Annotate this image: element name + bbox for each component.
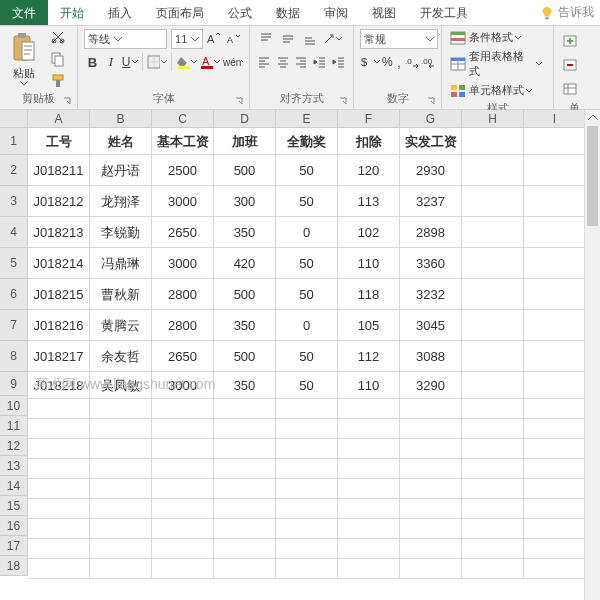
cell[interactable] <box>214 479 276 499</box>
cell[interactable]: J018211 <box>28 155 90 186</box>
cell[interactable] <box>524 559 586 579</box>
cell[interactable]: 105 <box>338 310 400 341</box>
cell[interactable]: 0 <box>276 217 338 248</box>
cell[interactable] <box>400 399 462 419</box>
row-header[interactable]: 1 <box>0 128 28 155</box>
border-button[interactable] <box>147 52 167 72</box>
cell[interactable]: 3290 <box>400 372 462 399</box>
cell[interactable] <box>28 499 90 519</box>
decrease-decimal-button[interactable]: .00 <box>421 52 435 72</box>
cell[interactable] <box>462 279 524 310</box>
cell[interactable] <box>28 559 90 579</box>
col-header[interactable]: H <box>462 110 524 128</box>
decrease-font-button[interactable]: A <box>225 29 243 49</box>
cell[interactable]: 3000 <box>152 248 214 279</box>
cell[interactable]: 冯鼎琳 <box>90 248 152 279</box>
cell[interactable] <box>462 459 524 479</box>
cell[interactable] <box>338 499 400 519</box>
col-header[interactable]: C <box>152 110 214 128</box>
cell[interactable] <box>462 310 524 341</box>
cell[interactable]: 3000 <box>152 372 214 399</box>
accounting-button[interactable]: $ <box>360 52 380 72</box>
cell[interactable] <box>152 479 214 499</box>
align-bottom-button[interactable] <box>300 29 320 49</box>
cell[interactable] <box>276 539 338 559</box>
cell[interactable] <box>462 499 524 519</box>
cell[interactable]: 500 <box>214 155 276 186</box>
cell[interactable] <box>400 459 462 479</box>
cell[interactable]: 曹秋新 <box>90 279 152 310</box>
row-header[interactable]: 15 <box>0 496 28 516</box>
cell[interactable]: 300 <box>214 186 276 217</box>
align-right-button[interactable] <box>293 52 310 72</box>
cell[interactable] <box>152 399 214 419</box>
cell[interactable] <box>90 499 152 519</box>
cell[interactable]: 3237 <box>400 186 462 217</box>
cell[interactable] <box>152 499 214 519</box>
copy-button[interactable] <box>48 49 68 69</box>
cell[interactable] <box>28 459 90 479</box>
percent-button[interactable]: % <box>382 52 393 72</box>
format-table-button[interactable]: 套用表格格式 <box>448 48 547 80</box>
increase-font-button[interactable]: A <box>205 29 223 49</box>
col-header[interactable]: F <box>338 110 400 128</box>
italic-button[interactable]: I <box>103 52 120 72</box>
cell[interactable] <box>400 419 462 439</box>
format-cell-button[interactable] <box>560 79 580 99</box>
comma-button[interactable]: , <box>395 52 403 72</box>
cell[interactable] <box>214 559 276 579</box>
orientation-button[interactable] <box>322 29 342 49</box>
cell[interactable]: 2500 <box>152 155 214 186</box>
cell[interactable]: J018215 <box>28 279 90 310</box>
cell[interactable]: 50 <box>276 155 338 186</box>
cell[interactable] <box>400 519 462 539</box>
cell[interactable]: 2930 <box>400 155 462 186</box>
cell[interactable] <box>524 459 586 479</box>
insert-cell-button[interactable] <box>560 31 580 51</box>
cell[interactable] <box>524 128 586 155</box>
bold-button[interactable]: B <box>84 52 101 72</box>
cell[interactable] <box>152 539 214 559</box>
delete-cell-button[interactable] <box>560 55 580 75</box>
paste-button[interactable]: 粘贴 <box>6 30 42 88</box>
underline-button[interactable]: U <box>121 52 138 72</box>
cell[interactable] <box>214 439 276 459</box>
tab-home[interactable]: 开始 <box>48 0 96 25</box>
phonetic-button[interactable]: wén <box>223 52 243 72</box>
cell[interactable]: J018217 <box>28 341 90 372</box>
cell[interactable] <box>152 519 214 539</box>
cell[interactable] <box>276 519 338 539</box>
cell[interactable] <box>462 341 524 372</box>
cell[interactable] <box>90 479 152 499</box>
align-dialog-icon[interactable] <box>337 95 349 107</box>
number-dialog-icon[interactable] <box>425 95 437 107</box>
col-header[interactable]: I <box>524 110 586 128</box>
cell[interactable] <box>462 419 524 439</box>
cell[interactable] <box>276 479 338 499</box>
cell[interactable] <box>462 519 524 539</box>
cell[interactable] <box>462 217 524 248</box>
cell[interactable] <box>338 479 400 499</box>
row-header[interactable]: 2 <box>0 155 28 186</box>
cell[interactable]: 113 <box>338 186 400 217</box>
cell[interactable]: 120 <box>338 155 400 186</box>
cell[interactable]: 工号 <box>28 128 90 155</box>
cell[interactable]: 基本工资 <box>152 128 214 155</box>
vertical-scrollbar[interactable] <box>584 110 600 600</box>
fill-color-button[interactable] <box>176 52 198 72</box>
cell[interactable] <box>462 479 524 499</box>
cell[interactable]: 2800 <box>152 279 214 310</box>
tab-data[interactable]: 数据 <box>264 0 312 25</box>
cell[interactable]: 3360 <box>400 248 462 279</box>
cell[interactable] <box>338 459 400 479</box>
cell[interactable] <box>400 439 462 459</box>
cell[interactable] <box>524 539 586 559</box>
number-format-combo[interactable]: 常规 <box>360 29 438 49</box>
cell[interactable] <box>214 459 276 479</box>
scroll-up-button[interactable] <box>585 110 600 126</box>
cell[interactable]: J018213 <box>28 217 90 248</box>
cell[interactable] <box>276 499 338 519</box>
cell[interactable]: 3045 <box>400 310 462 341</box>
cell[interactable] <box>524 419 586 439</box>
cell-styles-button[interactable]: 单元格样式 <box>448 82 547 99</box>
